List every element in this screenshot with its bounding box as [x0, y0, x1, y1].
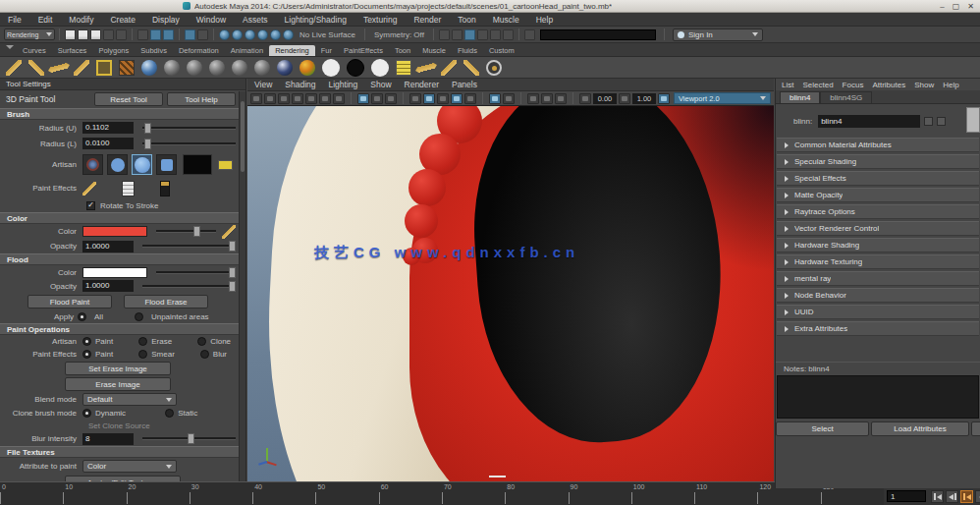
ae-menu-list[interactable]: List — [782, 81, 793, 89]
paint-brush-icon[interactable] — [415, 57, 437, 79]
panel-menu-lighting[interactable]: Lighting — [328, 80, 357, 89]
brush-profile-soft[interactable] — [82, 154, 103, 175]
artisan-erase-radio[interactable] — [138, 337, 147, 346]
image-plane-icon[interactable] — [305, 93, 317, 104]
viewport-renderer-dropdown[interactable]: Viewport 2.0 — [674, 92, 771, 104]
flood-color-slider[interactable] — [156, 271, 236, 274]
render-settings-icon[interactable] — [477, 29, 488, 40]
shelf-tab-muscle[interactable]: Muscle — [416, 45, 452, 56]
section-specular-shading[interactable]: Specular Shading — [777, 154, 979, 169]
attribute-to-paint-dropdown[interactable]: Color — [82, 460, 177, 473]
rotate-to-stroke-checkbox[interactable]: ✓ — [86, 201, 95, 210]
select-by-component-icon[interactable] — [163, 29, 174, 40]
radius-l-field[interactable]: 0.0100 — [82, 138, 134, 149]
flood-erase-button[interactable]: Flood Erase — [124, 295, 208, 309]
shelf-tab-animation[interactable]: Animation — [225, 45, 269, 56]
step-back-key-button[interactable] — [960, 490, 973, 503]
blend-mode-dropdown[interactable]: Default — [82, 393, 177, 406]
section-common-material[interactable]: Common Material Attributes — [777, 138, 979, 152]
menu-edit[interactable]: Edit — [38, 15, 53, 25]
shelf-tab-surfaces[interactable]: Surfaces — [52, 45, 93, 56]
2d-pan-zoom-icon[interactable] — [319, 93, 331, 104]
color-section-header[interactable]: Color — [0, 212, 245, 224]
play-backwards-button[interactable] — [975, 490, 980, 503]
section-hardware-shading[interactable]: Hardware Shading — [777, 238, 979, 252]
copy-tab-button[interactable]: Copy Tab — [971, 421, 980, 436]
select-by-hierarchy-icon[interactable] — [137, 29, 148, 40]
image-plane-icon[interactable] — [96, 60, 112, 76]
brush-profile-medium[interactable] — [107, 154, 128, 175]
menu-window[interactable]: Window — [196, 15, 226, 25]
current-frame-field[interactable]: 1 — [887, 490, 926, 502]
panel-menu-renderer[interactable]: Renderer — [405, 80, 439, 89]
point-light-icon[interactable] — [28, 60, 44, 76]
notes-textarea[interactable] — [777, 375, 979, 419]
pfx-paint-radio[interactable] — [82, 350, 91, 359]
resolution-gate-icon[interactable] — [527, 93, 539, 104]
shelf-tab-deformation[interactable]: Deformation — [173, 45, 225, 56]
artisan-paint-radio[interactable] — [82, 337, 91, 346]
slider-handle[interactable] — [188, 433, 194, 444]
anisotropic-material-icon[interactable] — [164, 60, 180, 76]
ae-menu-selected[interactable]: Selected — [802, 81, 833, 89]
panel-menu-panels[interactable]: Panels — [452, 80, 477, 89]
color-slider[interactable] — [156, 230, 216, 233]
phong-material-icon[interactable] — [232, 60, 247, 76]
opacity-field[interactable]: 1.0000 — [82, 241, 134, 252]
menu-help[interactable]: Help — [536, 15, 553, 25]
maximize-button[interactable]: ▢ — [953, 2, 960, 11]
section-vector-renderer[interactable]: Vector Renderer Control — [777, 221, 979, 236]
section-node-behavior[interactable]: Node Behavior — [777, 288, 979, 303]
directional-light-icon[interactable] — [48, 57, 70, 79]
radius-l-slider[interactable] — [142, 142, 236, 145]
paint-vertex-color-icon[interactable] — [463, 60, 479, 76]
render-view-icon[interactable] — [439, 29, 450, 40]
brush-stamp-preview[interactable] — [183, 154, 212, 175]
ae-menu-show[interactable]: Show — [914, 81, 934, 89]
minimize-button[interactable]: – — [940, 2, 944, 11]
slider-handle[interactable] — [229, 267, 236, 278]
menu-modify[interactable]: Modify — [69, 15, 93, 25]
wireframe-icon[interactable] — [357, 93, 369, 104]
flood-opacity-slider[interactable] — [142, 285, 236, 288]
undo-icon[interactable] — [103, 29, 114, 40]
slider-handle[interactable] — [229, 241, 236, 252]
flood-opacity-field[interactable]: 1.0000 — [82, 280, 134, 292]
step-back-frame-button[interactable] — [946, 490, 958, 503]
menu-file[interactable]: File — [8, 15, 22, 25]
exposure-icon[interactable] — [579, 93, 591, 104]
render-current-frame-icon[interactable] — [452, 29, 463, 40]
ae-menu-help[interactable]: Help — [943, 81, 958, 89]
section-matte-opacity[interactable]: Matte Opacity — [777, 188, 979, 202]
select-camera-icon[interactable] — [250, 93, 262, 104]
blinn-material-icon[interactable] — [187, 60, 202, 76]
ocean-shader-icon[interactable] — [141, 60, 157, 76]
redo-icon[interactable] — [116, 29, 127, 40]
shelf-tab-curves[interactable]: Curves — [17, 45, 52, 56]
lock-selection-icon[interactable] — [197, 29, 208, 40]
snap-to-view-planes-icon[interactable] — [270, 29, 281, 40]
section-uuid[interactable]: UUID — [777, 305, 979, 319]
file-textures-section-header[interactable]: File Textures — [0, 446, 245, 458]
quick-selection-icon[interactable] — [524, 29, 535, 40]
panel-menu-shading[interactable]: Shading — [285, 80, 315, 89]
set-clone-source-link[interactable]: Set Clone Source — [88, 421, 150, 430]
ramp-shader-icon[interactable] — [299, 60, 315, 76]
go-to-start-button[interactable] — [931, 490, 944, 503]
shelf-tab-toon[interactable]: Toon — [389, 45, 416, 56]
viewport-renderer-icon[interactable] — [658, 93, 670, 104]
bookmark-icon[interactable] — [292, 93, 303, 104]
load-attributes-button[interactable]: Load Attributes — [871, 421, 969, 436]
sign-in-dropdown[interactable]: Sign In — [673, 28, 763, 41]
shelf-tab-rendering[interactable]: Rendering — [269, 45, 315, 56]
safe-action-icon[interactable] — [555, 93, 567, 104]
use-all-lights-icon[interactable] — [423, 93, 435, 104]
brush-profile-square[interactable] — [156, 154, 177, 175]
camera-attributes-icon[interactable] — [278, 93, 290, 104]
slider-handle[interactable] — [229, 281, 236, 292]
menu-set-dropdown[interactable]: Rendering — [4, 28, 55, 40]
screen-space-ao-icon[interactable] — [451, 93, 463, 104]
blur-intensity-field[interactable]: 8 — [82, 433, 134, 445]
shelf-tab-menu-icon[interactable] — [6, 45, 14, 53]
viewport-canvas[interactable]: 技艺CG www.qdnxxfb.cn — [247, 106, 774, 481]
